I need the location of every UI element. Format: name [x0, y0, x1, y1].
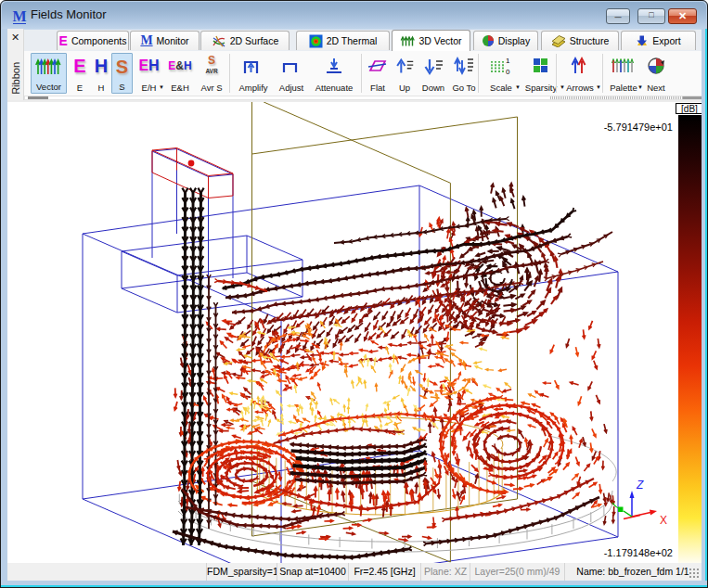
svg-text:X: X — [660, 514, 667, 527]
svg-text:1: 1 — [506, 57, 510, 65]
svg-text:Z: Z — [636, 479, 644, 492]
svg-text:0: 0 — [506, 68, 510, 76]
